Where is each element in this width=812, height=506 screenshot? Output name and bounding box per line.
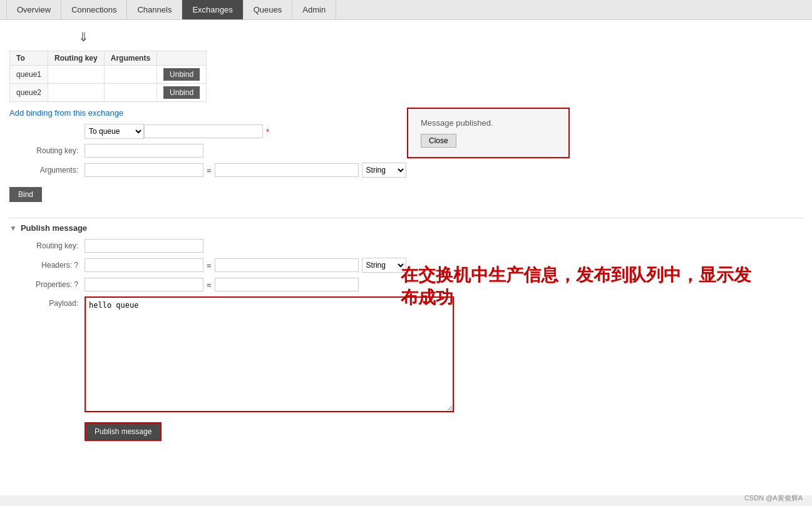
table-row: queue2 Unbind [10,84,207,102]
arguments-type-select[interactable]: String Number Boolean [362,163,406,178]
equals-sign: = [207,166,212,175]
bindings-table: To Routing key Arguments queue1 Unbind q… [9,51,207,102]
pub-routing-key-row: Routing key: [9,239,803,253]
col-to: To [10,51,48,66]
add-binding-link[interactable]: Add binding from this exchange [9,108,803,118]
routing-key-cell-1 [48,66,105,84]
pub-headers-key-input[interactable] [85,258,203,272]
pub-payload-label: Payload: [9,296,85,308]
pub-properties-equals: = [207,280,212,290]
nav-queues[interactable]: Queues [244,0,293,19]
destination-input[interactable] [144,124,263,138]
close-notification-button[interactable]: Close [421,134,456,148]
publish-message-section: ▼ Publish message Routing key: Headers: … [9,218,803,441]
unbind-cell-2: Unbind [157,84,207,102]
publish-message-button[interactable]: Publish message [85,422,162,441]
pub-properties-value-input[interactable] [215,278,359,291]
required-star: * [266,127,269,136]
pub-properties-key-input[interactable] [85,278,203,291]
publish-button-container: Publish message [85,417,803,441]
pub-payload-textarea[interactable]: hello queue [85,296,454,412]
unbind-button-1[interactable]: Unbind [163,68,200,81]
publish-section-header[interactable]: ▼ Publish message [9,223,803,233]
nav-admin[interactable]: Admin [292,0,336,19]
unbind-button-2[interactable]: Unbind [163,86,200,99]
notification-message: Message published. [421,118,556,128]
pub-headers-label: Headers: ? [9,261,85,270]
arguments-cell-2 [104,84,157,102]
down-arrow-icon: ⇓ [78,29,803,44]
nav-connections[interactable]: Connections [61,0,127,19]
notification-box: Message published. Close [407,108,570,158]
nav-exchanges[interactable]: Exchanges [182,0,243,19]
bind-button[interactable]: Bind [9,187,42,202]
routing-key-row: Routing key: [9,144,803,158]
pub-routing-key-label: Routing key: [9,241,85,250]
routing-key-input[interactable] [85,144,203,158]
publish-section-title: Publish message [21,223,87,233]
unbind-cell-1: Unbind [157,66,207,84]
arguments-cell-1 [104,66,157,84]
pub-headers-value-input[interactable] [215,258,359,272]
routing-key-cell-2 [48,84,105,102]
destination-row: To queue To exchange * [9,124,803,139]
pub-headers-type-select[interactable]: String Number Boolean [362,258,406,273]
col-routing-key: Routing key [48,51,105,66]
table-row: queue1 Unbind [10,66,207,84]
nav-channels[interactable]: Channels [127,0,182,19]
section-toggle-icon: ▼ [9,224,17,233]
arguments-label: Arguments: [9,166,85,175]
footer-text: CSDN @A黄俊辉A [744,493,803,495]
queue1-cell: queue1 [10,66,48,84]
pub-headers-equals: = [207,261,212,270]
pub-routing-key-input[interactable] [85,239,203,253]
annotation-text: 在交换机中生产信息，发布到队列中，显示发布成功 [401,264,764,310]
add-binding-form: To queue To exchange * Routing key: Argu… [9,124,803,178]
pub-properties-label: Properties: ? [9,280,85,289]
destination-select[interactable]: To queue To exchange [85,124,144,139]
pub-payload-row: Payload: hello queue [9,296,803,412]
col-action [157,51,207,66]
routing-key-label: Routing key: [9,146,85,155]
top-navigation: Overview Connections Channels Exchanges … [0,0,812,20]
arguments-row: Arguments: = String Number Boolean [9,163,803,178]
queue2-cell: queue2 [10,84,48,102]
nav-overview[interactable]: Overview [6,0,61,19]
main-content: ⇓ To Routing key Arguments queue1 Unbind… [0,20,812,495]
arguments-key-input[interactable] [85,163,203,177]
col-arguments: Arguments [104,51,157,66]
arguments-value-input[interactable] [215,163,359,177]
